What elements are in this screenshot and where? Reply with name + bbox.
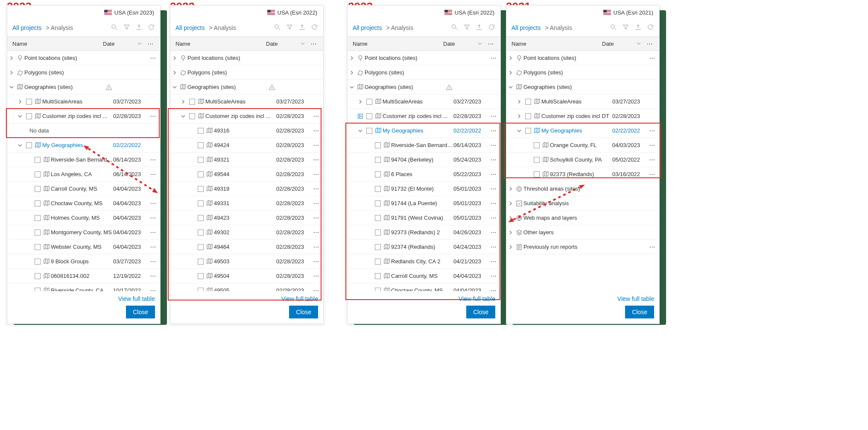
col-date[interactable]: Date <box>602 41 636 47</box>
tree-row[interactable]: MultiScaleAreas 03/27/2023 <box>7 94 160 109</box>
row-menu[interactable]: ··· <box>311 244 321 250</box>
search-icon[interactable] <box>111 24 118 32</box>
tree-row[interactable]: Schuylkill County, PA 05/02/2022··· <box>506 153 659 167</box>
row-menu[interactable]: ··· <box>488 55 499 61</box>
row-menu[interactable]: ··· <box>311 186 321 192</box>
tree-row[interactable]: Customer zip codes incl DT 02/28/2023 <box>506 109 659 124</box>
row-menu[interactable]: ··· <box>148 156 158 163</box>
export-icon[interactable] <box>634 24 642 32</box>
expand-toggle[interactable] <box>356 99 365 104</box>
tree-row[interactable]: Montgomery County, MS 04/04/2023··· <box>7 225 160 240</box>
tree-row[interactable]: 49319 02/28/2023··· <box>170 182 323 196</box>
checkbox[interactable] <box>196 157 205 163</box>
tree-row[interactable]: Polygons (sites) <box>170 65 323 80</box>
row-menu[interactable]: ··· <box>488 142 499 148</box>
checkbox[interactable] <box>373 200 383 206</box>
row-menu[interactable]: ··· <box>148 244 158 250</box>
checkbox[interactable] <box>523 113 533 119</box>
col-menu[interactable]: ··· <box>310 41 318 47</box>
tree-list[interactable]: Point locations (sites) ··· Polygons (si… <box>506 51 659 291</box>
checkbox[interactable] <box>373 288 383 292</box>
row-menu[interactable]: ··· <box>148 287 158 291</box>
checkbox[interactable] <box>33 244 42 250</box>
export-icon[interactable] <box>476 24 483 32</box>
row-menu[interactable]: ··· <box>311 273 321 279</box>
checkbox[interactable] <box>33 215 42 221</box>
tree-row[interactable]: MultiScaleAreas 03/27/2023 <box>506 94 659 109</box>
refresh-icon[interactable] <box>148 24 155 32</box>
row-menu[interactable]: ··· <box>148 200 158 206</box>
row-menu[interactable]: ··· <box>148 55 158 61</box>
tree-row[interactable]: Polygons (sites) <box>348 65 500 80</box>
tree-row[interactable]: MultiScaleAreas 03/27/2023 <box>170 94 323 109</box>
checkbox[interactable] <box>196 273 205 279</box>
expand-toggle[interactable] <box>506 201 515 206</box>
tree-row[interactable]: Polygons (sites) <box>506 65 659 80</box>
tree-row[interactable]: Threshold areas (sites) <box>506 182 659 196</box>
tree-row[interactable]: Geographies (sites) <box>7 80 160 94</box>
tree-row[interactable]: 49504 02/28/2023··· <box>170 269 323 283</box>
tree-row[interactable]: Riverside County, CA 10/17/2022··· <box>7 283 160 291</box>
expand-toggle[interactable] <box>16 143 24 148</box>
row-menu[interactable]: ··· <box>488 200 499 206</box>
row-menu[interactable]: ··· <box>647 127 658 134</box>
row-menu[interactable]: ··· <box>647 156 658 163</box>
checkbox[interactable] <box>33 157 42 163</box>
tree-row[interactable]: 49423 02/28/2023··· <box>170 211 323 225</box>
checkbox[interactable] <box>196 244 205 250</box>
tree-row[interactable]: Redlands City, CA 2 04/21/2023··· <box>348 254 500 269</box>
checkbox[interactable] <box>33 273 42 279</box>
view-full-table-link[interactable]: View full table <box>118 295 155 302</box>
tree-row[interactable]: 49331 02/28/2023··· <box>170 196 323 211</box>
tree-row[interactable]: My Geographies 02/22/2022··· <box>506 124 659 138</box>
refresh-icon[interactable] <box>311 24 318 32</box>
col-date[interactable]: Date <box>443 41 477 47</box>
tree-row[interactable]: My Geographies 02/22/2022··· <box>348 124 500 138</box>
row-menu[interactable]: ··· <box>488 113 499 119</box>
row-menu[interactable]: ··· <box>148 171 158 177</box>
refresh-icon[interactable] <box>647 24 654 32</box>
row-menu[interactable]: ··· <box>311 156 321 163</box>
tree-row[interactable]: Customer zip codes incl ... 02/28/2023··… <box>170 109 323 124</box>
col-menu[interactable]: ··· <box>146 41 155 47</box>
checkbox[interactable] <box>24 142 34 148</box>
checkbox[interactable] <box>373 215 383 221</box>
breadcrumb-all-projects[interactable]: All projects <box>353 24 382 31</box>
tree-row[interactable]: 49544 02/28/2023··· <box>170 167 323 182</box>
expand-toggle[interactable] <box>7 56 16 61</box>
checkbox[interactable] <box>523 99 533 105</box>
tree-row[interactable]: 92373 (Redlands) 03/16/2022··· <box>506 167 659 182</box>
expand-toggle[interactable] <box>356 128 365 133</box>
expand-toggle[interactable] <box>506 70 515 75</box>
tree-row[interactable]: 060816134.002 12/19/2022··· <box>7 269 160 283</box>
close-button[interactable]: Close <box>625 306 654 318</box>
expand-toggle[interactable] <box>515 128 523 133</box>
expand-toggle[interactable] <box>506 230 515 235</box>
checkbox[interactable] <box>196 171 205 177</box>
export-icon[interactable] <box>135 24 143 32</box>
tree-row[interactable]: Carroll County, MS 04/04/2023··· <box>7 182 160 196</box>
tree-row[interactable]: Geographies (sites) <box>506 80 659 94</box>
checkbox[interactable] <box>365 113 374 119</box>
checkbox[interactable] <box>532 157 541 163</box>
expand-toggle[interactable] <box>348 85 356 90</box>
view-full-table-link[interactable]: View full table <box>459 295 495 302</box>
tree-row[interactable]: Previously run reports ··· <box>506 240 659 254</box>
tree-row[interactable]: 49503 02/28/2023··· <box>170 254 323 269</box>
tree-row[interactable]: 92374 (Redlands) 04/24/2023··· <box>348 240 500 254</box>
row-menu[interactable]: ··· <box>488 156 499 163</box>
tree-list[interactable]: Point locations (sites) Polygons (sites)… <box>170 51 323 291</box>
filter-icon[interactable] <box>463 24 471 32</box>
tree-row[interactable]: Carroll County, MS 04/04/2023··· <box>348 269 500 283</box>
tree-row[interactable]: 9 Block Groups 03/27/2023··· <box>7 254 160 269</box>
col-name[interactable]: Name <box>175 41 266 47</box>
checkbox[interactable] <box>187 113 197 119</box>
expand-toggle[interactable] <box>16 99 24 104</box>
filter-icon[interactable] <box>286 24 293 32</box>
col-menu[interactable]: ··· <box>646 41 654 47</box>
tree-row[interactable]: Point locations (sites) <box>170 51 323 65</box>
row-menu[interactable]: ··· <box>488 127 499 134</box>
col-date[interactable]: Date <box>266 41 300 47</box>
checkbox[interactable] <box>373 142 383 148</box>
filter-icon[interactable] <box>123 24 130 32</box>
